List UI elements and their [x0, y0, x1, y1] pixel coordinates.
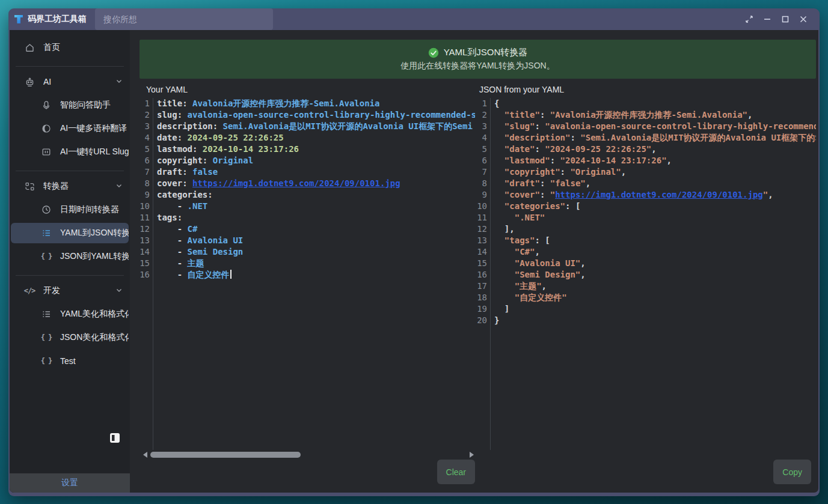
chevron-down-icon	[115, 286, 123, 296]
code-line: - Avalonia UI	[157, 235, 475, 246]
code-token: ,	[621, 167, 626, 177]
code-token: Original	[213, 156, 253, 165]
code-token: :	[540, 178, 550, 188]
yaml-line-numbers: 12345678910111213141516	[140, 98, 153, 450]
code-token: {	[494, 99, 499, 108]
scroll-right-arrow[interactable]	[470, 452, 474, 458]
yaml-code[interactable]: title: Avalonia开源控件库强力推荐-Semi.Avaloniasl…	[153, 98, 475, 450]
code-token: "主题"	[515, 281, 542, 291]
code-token	[494, 235, 504, 245]
scroll-left-arrow[interactable]	[143, 452, 147, 458]
copy-button[interactable]: Copy	[773, 460, 811, 484]
code-token: 2024-10-14 23:17:26	[203, 144, 299, 154]
braces-icon: { }	[41, 356, 52, 366]
expand-window-button[interactable]	[740, 11, 758, 28]
code-token: "	[550, 190, 555, 199]
code-token	[494, 190, 504, 199]
line-number: 7	[475, 166, 487, 178]
line-number: 16	[140, 269, 150, 281]
line-number: 6	[140, 155, 150, 166]
json-editor[interactable]: 1234567891011121314151617181920 { "title…	[475, 98, 816, 450]
line-number: 10	[140, 201, 150, 212]
main-content: YAML到JSON转换器 使用此在线转换器将YAML转换为JSON。 Your …	[130, 30, 818, 493]
code-line: slug: avalonia-open-source-control-libra…	[157, 109, 475, 121]
code-token: ,	[747, 110, 752, 120]
sidebar-divider	[16, 275, 124, 276]
sidebar-item-home[interactable]: 首页	[10, 37, 130, 58]
code-line: {	[494, 98, 816, 109]
code-token: "description"	[504, 133, 571, 142]
minimize-button[interactable]	[758, 11, 776, 28]
code-token: ,	[768, 190, 773, 199]
line-number: 9	[140, 189, 150, 201]
code-line: ".NET"	[494, 212, 816, 223]
sidebar-item-json-to-yaml[interactable]: { } JSON到YAML转换器	[11, 246, 129, 267]
line-number: 18	[475, 292, 487, 303]
sidebar-item-test[interactable]: { } Test	[11, 351, 129, 371]
code-line: }	[494, 315, 816, 326]
json-pane-header: JSON from your YAML	[475, 85, 816, 98]
code-line: "title": "Avalonia开源控件库强力推荐-Semi.Avaloni…	[494, 109, 816, 121]
settings-link[interactable]: 设置	[61, 478, 78, 488]
sidebar-item-yaml-to-json[interactable]: YAML到JSON转换器	[11, 223, 129, 243]
line-number: 15	[475, 258, 487, 269]
line-number: 4	[140, 132, 150, 144]
code-token: ]	[494, 304, 509, 314]
code-line: "lastmod": "2024-10-14 23:17:26",	[494, 155, 816, 166]
code-token	[494, 167, 504, 177]
code-token: "avalonia-open-source-control-library-hi…	[545, 121, 816, 131]
braces-icon: { }	[41, 332, 52, 343]
code-token: Semi Design	[188, 247, 244, 257]
code-line: - 自定义控件	[157, 269, 475, 281]
yaml-editor[interactable]: 12345678910111213141516 title: Avalonia开…	[140, 98, 475, 450]
collapse-sidebar-icon[interactable]	[109, 433, 120, 443]
sidebar-item-qa-assistant[interactable]: 智能问答助手	[11, 95, 129, 115]
maximize-button[interactable]	[776, 11, 794, 28]
line-number: 3	[475, 121, 487, 132]
sidebar-item-yaml-beautify[interactable]: YAML美化和格式化	[11, 304, 129, 324]
search-input[interactable]	[103, 14, 265, 24]
code-token: "cover"	[504, 190, 540, 199]
code-token: ,	[667, 156, 672, 165]
code-link[interactable]: https://img1.dotnet9.com/2024/09/0101.jp…	[192, 178, 400, 188]
code-token: "C#"	[515, 247, 535, 257]
code-line: date: 2024-09-25 22:26:25	[157, 132, 475, 144]
code-token: "Original"	[570, 167, 621, 177]
line-number: 14	[140, 246, 150, 258]
code-link[interactable]: https://img1.dotnet9.com/2024/09/0101.jp…	[555, 190, 763, 199]
code-line: copyright: Original	[157, 155, 475, 166]
code-token: slug:	[157, 110, 188, 120]
code-token: Avalonia UI	[188, 235, 244, 245]
code-line: "cover": "https://img1.dotnet9.com/2024/…	[494, 189, 816, 201]
code-token: Avalonia开源控件库强力推荐-Semi.Avalonia	[192, 99, 379, 108]
code-token: lastmod:	[157, 144, 203, 154]
code-token: "Semi.Avalonia是以MIT协议开源的Avalonia UI框架下的S…	[580, 133, 816, 142]
code-token: :	[550, 156, 560, 165]
scrollbar-thumb[interactable]	[150, 452, 301, 458]
settings-bar: 设置	[10, 473, 130, 493]
sidebar-item-ai-translate[interactable]: AI一键多语种翻译	[11, 118, 129, 139]
sidebar-section-dev[interactable]: </> 开发	[10, 281, 130, 301]
sidebar-item-json-beautify[interactable]: { } JSON美化和格式化	[11, 327, 129, 348]
code-token	[494, 133, 504, 142]
sidebar-section-ai[interactable]: AI	[10, 71, 130, 92]
code-line: title: Avalonia开源控件库强力推荐-Semi.Avalonia	[157, 98, 475, 109]
line-number: 1	[140, 98, 150, 109]
close-button[interactable]	[794, 11, 812, 28]
code-token	[494, 247, 515, 257]
code-line: "Semi Design",	[494, 269, 816, 281]
line-number: 5	[140, 144, 150, 155]
line-number: 2	[475, 109, 487, 121]
search-box[interactable]	[95, 8, 273, 30]
code-line: - .NET	[157, 201, 475, 212]
clear-button[interactable]: Clear	[437, 460, 475, 484]
text-caret	[230, 270, 232, 279]
code-token: "lastmod"	[504, 156, 550, 165]
sidebar-item-url-slug[interactable]: AI一键转URL Slug	[11, 142, 129, 162]
sidebar-item-datetime-converter[interactable]: 日期时间转换器	[11, 199, 129, 220]
code-token: :	[535, 144, 545, 154]
line-number: 4	[475, 132, 487, 144]
chevron-down-icon	[115, 181, 123, 191]
sidebar-section-converters[interactable]: 转换器	[10, 176, 130, 196]
line-number: 8	[140, 178, 150, 189]
